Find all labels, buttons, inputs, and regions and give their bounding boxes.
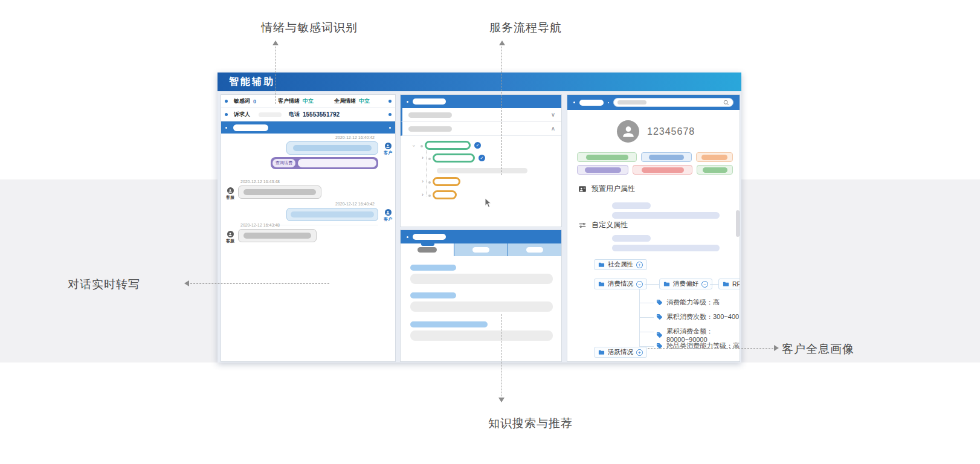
folder-icon: [663, 281, 670, 288]
node-dot-icon: [225, 100, 228, 103]
profile-tag-row: [577, 165, 733, 175]
tree-vertical-line: [639, 289, 640, 347]
expander-open-icon[interactable]: ›: [411, 145, 416, 147]
tree-connector: [710, 284, 718, 285]
chevron-up-icon[interactable]: ∧: [551, 126, 555, 132]
dot-icon: [573, 102, 575, 103]
folder-activity[interactable]: 活跃情况 +: [594, 347, 647, 358]
flow-node-pending[interactable]: [433, 190, 457, 199]
emotion-stats-row: 敏感词 0 客户情绪 中立 全局情绪 中立: [221, 95, 395, 108]
portrait-panel: 12345678 预置用户属性 自定义属性: [567, 94, 740, 362]
tree-stub: [639, 303, 654, 303]
customer-avatar-block: 客户: [382, 143, 394, 156]
attribute-tag-text: 累积消费金额：80000~90000: [666, 327, 740, 343]
attribute-tag-text: 累积消费次数：300~400: [666, 312, 739, 321]
global-emotion-value: 中立: [359, 97, 370, 105]
agent-avatar-block: 客服: [224, 231, 236, 244]
customer-avatar-icon: [385, 209, 392, 216]
mouse-cursor-icon: [485, 198, 492, 208]
flow-collapsed-row[interactable]: ∨: [401, 108, 561, 122]
row-title-placeholder: [408, 126, 452, 132]
profile-tag[interactable]: [696, 152, 733, 162]
expander-closed-icon[interactable]: ›: [422, 179, 424, 184]
search-input[interactable]: [613, 98, 733, 107]
id-card-icon: [578, 185, 587, 193]
flow-node-pending[interactable]: [433, 177, 460, 186]
collapse-minus-icon[interactable]: −: [636, 281, 643, 288]
attribute-tag-line: 累积消费次数：300~400: [656, 312, 739, 321]
flagged-message-bubble: 查询话费: [271, 157, 378, 169]
knowledge-item-body: [410, 301, 553, 312]
caller-info-row: 诉求人 电话 15553551792: [221, 108, 395, 121]
subheader-title-placeholder: [233, 124, 268, 131]
profile-tag[interactable]: [633, 165, 692, 175]
agent-avatar-icon: [227, 231, 234, 237]
message-text-placeholder: [293, 145, 372, 151]
check-circle-icon: ✓: [474, 142, 481, 149]
tree-node-dot-icon: [421, 145, 423, 147]
knowledge-title-placeholder: [413, 234, 446, 240]
expander-closed-icon[interactable]: ›: [422, 155, 424, 161]
flow-loading-bar: [437, 168, 527, 173]
vertical-scrollbar[interactable]: [736, 210, 740, 237]
message-timestamp: 2020-12-12 16:43:48: [240, 223, 280, 227]
knowledge-panel: [400, 230, 562, 362]
folder-rfm[interactable]: RFM −: [718, 279, 740, 289]
smart-assist-window: 智能辅助 敏感词 0 客户情绪 中立 全局情绪 中立 诉求人 电话 155535…: [218, 72, 741, 362]
profile-tag[interactable]: [577, 165, 628, 175]
expand-plus-icon[interactable]: +: [636, 262, 643, 268]
preset-attributes-label: 预置用户属性: [592, 184, 635, 194]
knowledge-item-title[interactable]: [410, 321, 488, 327]
knowledge-item-title[interactable]: [410, 292, 456, 298]
message-text-placeholder: [243, 233, 311, 239]
message-timestamp: 2020-12-12 16:43:48: [240, 179, 280, 184]
folder-label: RFM: [732, 280, 740, 288]
folder-social-attributes[interactable]: 社会属性 +: [594, 259, 647, 270]
tab-active[interactable]: [401, 243, 454, 256]
arrow-left-icon: [184, 280, 189, 286]
flow-expanded-row[interactable]: ∧: [401, 122, 561, 136]
message-timestamp: 2020-12-12 16:40:42: [335, 202, 375, 206]
tree-node-dot-icon: [428, 195, 431, 197]
expander-closed-icon[interactable]: ›: [422, 192, 424, 198]
sensitive-word-count: 0: [253, 98, 256, 105]
flow-title-placeholder: [413, 98, 446, 105]
preset-attributes-section: 预置用户属性: [578, 184, 635, 194]
profile-tag[interactable]: [641, 152, 691, 162]
person-icon: [621, 124, 636, 140]
tree-stub: [639, 317, 654, 318]
window-header: 智能辅助: [218, 72, 741, 91]
page: 情绪与敏感词识别 服务流程导航 对话实时转写 知识搜索与推荐 客户全息画像 智能…: [0, 0, 980, 464]
knowledge-panel-header: [401, 230, 561, 243]
search-placeholder-pill: [617, 100, 646, 105]
folder-icon: [598, 281, 605, 288]
arrow-right-icon: [774, 345, 779, 351]
customer-avatar: [617, 120, 639, 143]
tag-icon: [656, 332, 663, 338]
folder-icon: [598, 349, 605, 356]
tab-inactive[interactable]: [454, 243, 508, 256]
profile-tag[interactable]: [577, 152, 637, 162]
profile-tag-row: [577, 152, 733, 162]
attribute-tag-line: 消费能力等级：高: [656, 298, 720, 307]
arrow-up-icon: [272, 40, 279, 45]
service-flow-panel: ∨ ∧ › ✓ › ✓ › ›: [400, 94, 562, 227]
attribute-tag-line: 累积消费金额：80000~90000: [656, 327, 740, 343]
flow-node-done[interactable]: [425, 141, 471, 150]
portrait-panel-header: [567, 95, 740, 110]
flow-node-done[interactable]: [433, 153, 475, 163]
folder-preference[interactable]: 消费偏好 −: [659, 279, 712, 289]
dot-icon: [389, 127, 391, 129]
sensitive-word-label: 敏感词: [234, 97, 250, 105]
tab-inactive[interactable]: [508, 243, 561, 256]
folder-consumption[interactable]: 消费情况 −: [594, 279, 647, 289]
annotation-service-flow: 服务流程导航: [489, 20, 562, 36]
knowledge-item-title[interactable]: [410, 265, 456, 271]
profile-tag[interactable]: [697, 165, 733, 175]
knowledge-item-body: [410, 274, 553, 284]
chevron-down-icon[interactable]: ∨: [551, 112, 555, 118]
search-icon[interactable]: [723, 100, 729, 106]
expand-plus-icon[interactable]: +: [636, 349, 643, 356]
tag-icon: [656, 299, 663, 306]
collapse-minus-icon[interactable]: −: [701, 281, 708, 288]
